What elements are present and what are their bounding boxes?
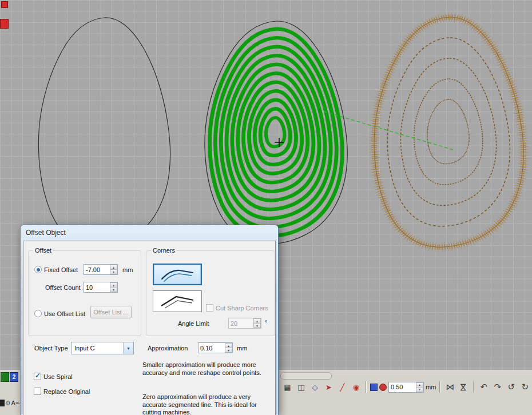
entry-exit-icon[interactable]: ◉ xyxy=(350,381,362,393)
spinner-down-icon[interactable] xyxy=(110,288,117,292)
round-corners-button[interactable] xyxy=(153,264,202,285)
offset-group-label: Offset xyxy=(33,247,53,254)
connector-icon[interactable]: ➤ xyxy=(323,381,335,393)
flip-vertical-icon[interactable]: ⋈ xyxy=(458,381,470,393)
spinner-down-icon[interactable] xyxy=(110,270,117,274)
grid-icon[interactable]: ▦ xyxy=(281,381,293,393)
fixed-offset-label: Fixed Offset xyxy=(44,266,78,273)
design-object-outline[interactable] xyxy=(38,18,170,248)
left-toolbar-cropped-icon xyxy=(0,19,9,29)
spinner-up-icon[interactable] xyxy=(416,382,423,388)
object-type-label: Object Type xyxy=(34,345,68,352)
stitch-width-spinner[interactable] xyxy=(416,382,423,392)
spinner-up-icon[interactable] xyxy=(225,343,232,348)
rotate-cw-45-icon[interactable]: ↷ xyxy=(491,381,503,393)
offset-count-label: Offset Count xyxy=(45,284,81,291)
angle-limit-label: Angle Limit xyxy=(178,320,209,327)
design-object-spiral-offset[interactable] xyxy=(205,21,347,244)
status-marker xyxy=(0,400,5,406)
offset-count-spinner[interactable] xyxy=(110,282,117,292)
flip-horizontal-icon[interactable]: ⋈ xyxy=(444,381,456,393)
stitch-width-unit: mm xyxy=(426,384,436,390)
angle-limit-unit: ° xyxy=(265,319,267,326)
thread-color-swatch[interactable] xyxy=(379,384,387,391)
approximation-label: Approximation xyxy=(148,345,188,352)
angle-limit-input[interactable] xyxy=(229,318,253,328)
corners-group: Corners Cut Sharp Corners Angle Limit xyxy=(146,250,275,336)
angle-limit-field xyxy=(228,318,261,329)
sharp-corner-icon xyxy=(159,294,196,309)
spinner-up-icon[interactable] xyxy=(110,265,117,270)
hoop-icon[interactable]: ◫ xyxy=(295,381,307,393)
fixed-offset-unit: mm xyxy=(122,266,133,273)
spinner-down-icon[interactable] xyxy=(253,324,261,328)
cut-sharp-corners-label: Cut Sharp Corners xyxy=(216,305,268,312)
cut-sharp-corners-checkbox[interactable] xyxy=(206,304,213,312)
approximation-field xyxy=(198,342,233,353)
replace-original-label: Replace Original xyxy=(43,388,90,395)
reshape-icon[interactable]: ◇ xyxy=(309,381,321,393)
rotate-ccw-45-icon[interactable]: ↶ xyxy=(478,381,490,393)
chevron-down-icon xyxy=(123,342,133,354)
spinner-down-icon[interactable] xyxy=(416,388,423,392)
rotate-ccw-90-icon[interactable]: ↺ xyxy=(505,381,517,393)
use-spiral-label: Use Spiral xyxy=(43,373,73,380)
corners-group-label: Corners xyxy=(151,247,177,254)
toolbar-separator xyxy=(366,381,367,393)
stitch-width-input[interactable] xyxy=(389,382,416,392)
spinner-down-icon[interactable] xyxy=(225,348,232,353)
fixed-offset-radio[interactable] xyxy=(34,266,42,273)
toolbar-separator xyxy=(439,381,440,393)
rotate-cw-90-icon[interactable]: ↻ xyxy=(519,381,531,393)
application-window: 2 ▦ ◫ ◇ ➤ ╱ ◉ mm ⋈ ⋈ ↶ ↷ xyxy=(0,0,532,415)
approximation-spinner[interactable] xyxy=(225,343,232,353)
color-chip-blue[interactable]: 2 xyxy=(10,372,18,382)
horizontal-scrollbar[interactable] xyxy=(280,372,332,380)
replace-original-checkbox[interactable] xyxy=(34,388,41,395)
sharp-corners-button[interactable] xyxy=(153,290,202,312)
fixed-offset-field xyxy=(84,264,118,275)
toolbar-separator xyxy=(473,381,474,393)
offset-group: Offset Fixed Offset mm Offset Count xyxy=(28,250,141,336)
zero-approximation-help-text: Zero approximation will produce a very a… xyxy=(142,393,273,415)
dialog-body: Offset Fixed Offset mm Offset Count xyxy=(23,241,276,415)
object-type-dropdown[interactable]: Input C xyxy=(71,342,134,354)
approximation-unit: mm xyxy=(237,345,247,352)
ruler-origin-marker-icon xyxy=(1,1,8,8)
offset-count-field xyxy=(84,282,118,293)
round-corner-icon xyxy=(159,267,196,282)
spinner-up-icon[interactable] xyxy=(253,318,261,324)
bottom-toolbar: ▦ ◫ ◇ ➤ ╱ ◉ mm ⋈ ⋈ ↶ ↷ ↺ ↻ xyxy=(281,380,531,394)
object-type-value: Input C xyxy=(72,345,123,352)
use-spiral-checkbox[interactable] xyxy=(34,373,41,380)
offset-list-button[interactable]: Offset List ... xyxy=(90,306,132,318)
use-offset-list-label: Use Offset List xyxy=(44,310,85,317)
approximation-help-text: Smaller approximation will produce more … xyxy=(142,361,273,377)
approximation-input[interactable] xyxy=(198,343,225,353)
offset-object-dialog: Offset Object Offset Fixed Offset mm Off… xyxy=(20,225,279,415)
stitch-angle-icon[interactable]: ╱ xyxy=(336,381,348,393)
fixed-offset-spinner[interactable] xyxy=(110,265,117,274)
design-object-stitched[interactable] xyxy=(374,17,523,247)
angle-limit-spinner[interactable] xyxy=(253,318,261,328)
fixed-offset-input[interactable] xyxy=(84,265,110,274)
fill-color-swatch[interactable] xyxy=(370,384,378,391)
use-offset-list-radio[interactable] xyxy=(34,310,42,317)
spinner-up-icon[interactable] xyxy=(110,282,117,288)
color-chip-green[interactable] xyxy=(1,372,9,382)
dialog-title[interactable]: Offset Object xyxy=(21,225,278,240)
stitch-width-field xyxy=(388,382,424,393)
offset-count-input[interactable] xyxy=(84,282,110,292)
